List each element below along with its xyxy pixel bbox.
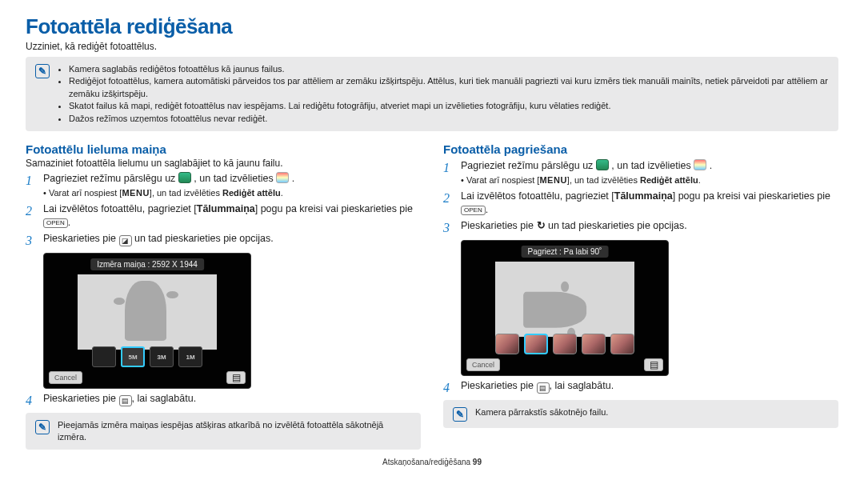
mode-dial-icon [596,159,609,170]
save-disk-icon: ▤ [650,359,658,370]
step-1: 1 Pagrieziet režīmu pārslēgu uz , un tad… [26,172,421,199]
menu-label: MENU [122,188,149,198]
cancel-button[interactable]: Cancel [466,358,500,371]
thumb-row: 5M 3M 1M [52,346,242,367]
step-2: 2 Lai izvēlētos fotoattēlu, pagrieziet [… [26,202,421,230]
palette-icon [276,172,289,183]
thumb-item-selected[interactable] [524,334,548,354]
step-2: 2 Lai izvēlētos fotoattēlu, pagrieziet [… [443,190,838,217]
column-rotate: Fotoattēla pagriešana 1 Pagrieziet režīm… [443,139,838,450]
preview-label: Izmēra maiņa : 2592 X 1944 [90,258,204,270]
page-title: Fotoattēla rediģēšana [26,14,838,39]
step-text: , un tad izvēlieties [194,173,276,184]
heading-rotate: Fotoattēla pagriešana [443,142,838,156]
top-note: ✎ Kamera saglabās rediģētos fotoattēlus … [26,57,838,131]
resize-icon: ◪ [119,235,132,246]
open-icon: OPEN [461,206,486,215]
preview-canvas [78,274,217,350]
resize-note: ✎ Pieejamās izmēra maiņas iespējas atšķi… [26,413,421,450]
step-number: 4 [26,392,37,410]
note-icon: ✎ [453,407,467,422]
step-1: 1 Pagrieziet režīmu pārslēgu uz , un tad… [443,159,838,186]
thumb-item[interactable] [553,334,577,354]
note-icon: ✎ [35,420,50,434]
note-item: Dažos režīmos uzņemtos fotoattēlus nevar… [69,113,829,125]
step-4: 4 Pieskarieties pie ▤, lai saglabātu. [26,392,421,410]
step-3: 3 Pieskarieties pie ◪ un tad pieskarieti… [26,232,421,250]
step-number: 1 [26,172,37,199]
step-text: Pagrieziet režīmu pārslēgu uz [43,173,178,184]
thumb-item[interactable]: 1M [178,346,202,367]
step-substep: Varat arī nospiest [MENU], un tad izvēlē… [461,174,838,186]
page-footer: Atskaņošana/rediģēšana 99 [26,458,838,466]
note-item: Kamera saglabās rediģētos fotoattēlus kā… [69,63,829,75]
palette-icon [694,159,706,170]
save-button[interactable]: ▤ [644,358,663,371]
note-item: Skatot failus kā mapi, rediģēt fotoattēl… [69,100,829,112]
note-icon: ✎ [35,64,50,78]
preview-canvas [495,262,634,337]
step-number: 1 [443,159,454,186]
save-disk-icon: ▤ [119,395,132,406]
step-number: 2 [26,202,37,230]
thumb-item[interactable] [495,334,519,354]
thumb-row [470,334,660,354]
cancel-button[interactable]: Cancel [49,371,82,384]
step-number: 3 [443,219,454,237]
resize-intro: Samaziniet fotoattēla lielumu un saglabā… [26,158,421,169]
save-disk-icon: ▤ [232,372,241,383]
thumb-item[interactable]: 3M [150,346,174,367]
step-number: 4 [443,379,454,397]
step-substep: Varat arī nospiest [MENU], un tad izvēlē… [43,187,421,199]
open-icon: OPEN [43,218,68,228]
resize-preview: Izmēra maiņa : 2592 X 1944 5M 3M 1M Canc… [43,253,251,389]
step-number: 3 [26,232,37,250]
preview-label: Pagriezt : Pa labi 90˚ [522,246,609,258]
thumb-item[interactable] [610,334,634,354]
step-4: 4 Pieskarieties pie ▤, lai saglabātu. [443,379,838,397]
note-item: Rediģējot fotoattēlus, kamera automātisk… [69,75,829,100]
thumb-item[interactable] [92,346,116,367]
top-note-list: Kamera saglabās rediģētos fotoattēlus kā… [69,63,829,125]
menu-label: MENU [539,175,566,185]
thumb-item[interactable] [582,334,606,354]
save-disk-icon: ▤ [537,382,550,394]
heading-resize: Fotoattēlu lieluma maiņa [26,142,421,156]
rotate-note: ✎ Kamera pārrakstīs sākotnējo failu. [443,400,838,428]
column-resize: Fotoattēlu lieluma maiņa Samaziniet foto… [26,139,421,450]
rotate-icon: ↻ [537,219,546,233]
mode-dial-icon [178,172,191,183]
step-text: . [292,173,294,184]
page-intro: Uzziniet, kā rediģēt fotoattēlus. [26,41,838,52]
step-number: 2 [443,190,454,217]
save-button[interactable]: ▤ [226,371,246,384]
rotate-preview: Pagriezt : Pa labi 90˚ Cancel ▤ [461,240,669,376]
thumb-item-selected[interactable]: 5M [121,346,145,367]
step-3: 3 Pieskarieties pie ↻ un tad pieskarieti… [443,219,838,237]
note-text: Kamera pārrakstīs sākotnējo failu. [475,406,608,422]
note-text: Pieejamās izmēra maiņas iespējas atšķira… [58,419,411,444]
